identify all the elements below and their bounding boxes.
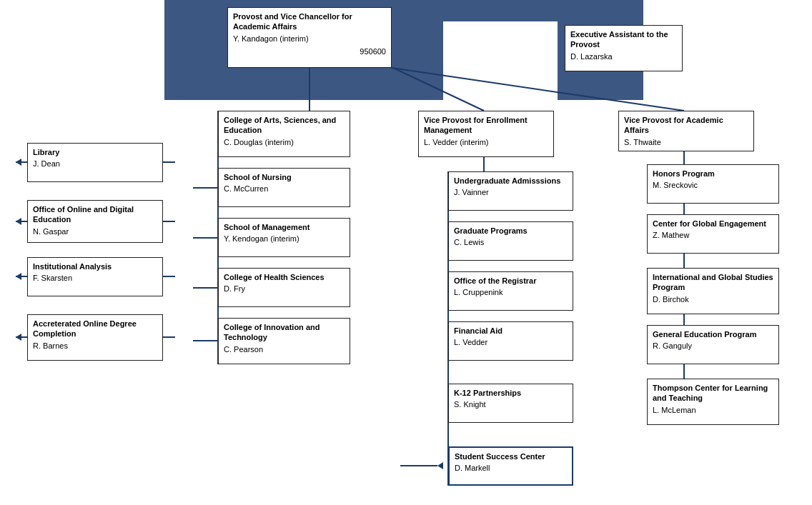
- k12-box: K-12 Partnerships S. Knight: [448, 384, 573, 423]
- college-arts-name: C. Douglas (interim): [224, 137, 345, 147]
- svg-line-10: [393, 68, 484, 111]
- college-innovation-title: College of Innovation and Technology: [224, 322, 345, 343]
- inst-analysis-title: Institutional Analysis: [33, 261, 157, 271]
- svg-marker-34: [16, 273, 21, 280]
- student-success-box: Student Success Center D. Markell: [448, 446, 573, 486]
- svg-line-11: [392, 68, 684, 111]
- provost-name: Y. Kandagon (interim): [233, 34, 386, 44]
- inst-analysis-box: Institutional Analysis F. Skarsten: [27, 257, 163, 296]
- financial-aid-name: L. Vedder: [454, 337, 568, 347]
- thompson-title: Thompson Center for Learning and Teachin…: [653, 383, 773, 404]
- global-engagement-name: Z. Mathew: [653, 230, 773, 240]
- library-name: J. Dean: [33, 159, 157, 169]
- honors-name: M. Sreckovic: [653, 180, 773, 190]
- college-health-title: College of Health Sciences: [224, 272, 345, 282]
- vp-academic-title: Vice Provost for Academic Affairs: [624, 115, 748, 136]
- student-success-title: Student Success Center: [455, 451, 567, 461]
- svg-marker-36: [16, 334, 21, 341]
- intl-studies-name: D. Birchok: [653, 294, 773, 304]
- undergrad-title: Undergraduate Admisssions: [454, 176, 568, 186]
- provost-title: Provost and Vice Chancellor for Academic…: [233, 11, 386, 32]
- honors-box: Honors Program M. Sreckovic: [647, 164, 779, 204]
- financial-aid-title: Financial Aid: [454, 326, 568, 336]
- global-engagement-title: Center for Global Engagement: [653, 219, 773, 229]
- exec-asst-box: Executive Assistant to the Provost D. La…: [565, 25, 683, 71]
- online-ed-name: N. Gaspar: [33, 226, 157, 236]
- undergrad-name: J. Vainner: [454, 187, 568, 197]
- inst-analysis-name: F. Skarsten: [33, 273, 157, 283]
- vp-enroll-box: Vice Provost for Enrollment Management L…: [418, 111, 554, 157]
- gen-ed-name: R. Ganguly: [653, 341, 773, 351]
- online-degree-box: Accreterated Online Degree Completion R.…: [27, 314, 163, 361]
- org-chart: Provost and Vice Chancellor for Academic…: [0, 0, 812, 505]
- k12-title: K-12 Partnerships: [454, 388, 568, 398]
- svg-marker-38: [437, 462, 443, 469]
- college-health-box: College of Health Sciences D. Fry: [218, 268, 350, 307]
- online-degree-title: Accreterated Online Degree Completion: [33, 319, 157, 339]
- school-nursing-title: School of Nursing: [224, 172, 345, 182]
- school-mgmt-box: School of Management Y. Kendogan (interi…: [218, 218, 350, 257]
- library-title: Library: [33, 147, 157, 157]
- school-nursing-box: School of Nursing C. McCurren: [218, 168, 350, 207]
- grad-programs-name: C. Lewis: [454, 237, 568, 247]
- intl-studies-title: International and Global Studies Program: [653, 272, 773, 293]
- financial-aid-box: Financial Aid L. Vedder: [448, 321, 573, 361]
- college-innovation-name: C. Pearson: [224, 344, 345, 354]
- school-nursing-name: C. McCurren: [224, 184, 345, 194]
- online-ed-box: Office of Online and Digital Education N…: [27, 200, 163, 243]
- college-innovation-box: College of Innovation and Technology C. …: [218, 318, 350, 364]
- honors-title: Honors Program: [653, 169, 773, 179]
- intl-studies-box: International and Global Studies Program…: [647, 268, 779, 314]
- vp-enroll-title: Vice Provost for Enrollment Management: [424, 115, 548, 136]
- provost-box: Provost and Vice Chancellor for Academic…: [227, 7, 392, 68]
- registrar-title: Office of the Registrar: [454, 276, 568, 286]
- grad-programs-box: Graduate Programs C. Lewis: [448, 221, 573, 261]
- student-success-name: D. Markell: [455, 463, 567, 473]
- grad-programs-title: Graduate Programs: [454, 226, 568, 236]
- online-degree-name: R. Barnes: [33, 341, 157, 351]
- registrar-name: L. Cruppenink: [454, 287, 568, 297]
- thompson-box: Thompson Center for Learning and Teachin…: [647, 379, 779, 425]
- thompson-name: L. McLeman: [653, 405, 773, 415]
- library-box: Library J. Dean: [27, 143, 163, 182]
- gen-ed-title: General Education Program: [653, 329, 773, 339]
- exec-asst-title: Executive Assistant to the Provost: [570, 29, 677, 50]
- college-health-name: D. Fry: [224, 284, 345, 294]
- school-mgmt-name: Y. Kendogan (interim): [224, 234, 345, 244]
- vp-academic-box: Vice Provost for Academic Affairs S. Thw…: [618, 111, 754, 151]
- svg-marker-30: [16, 159, 21, 166]
- registrar-box: Office of the Registrar L. Cruppenink: [448, 271, 573, 311]
- svg-marker-32: [16, 218, 21, 225]
- gen-ed-box: General Education Program R. Ganguly: [647, 325, 779, 364]
- global-engagement-box: Center for Global Engagement Z. Mathew: [647, 214, 779, 254]
- k12-name: S. Knight: [454, 399, 568, 409]
- exec-asst-name: D. Lazarska: [570, 51, 677, 61]
- provost-ext: 950600: [233, 46, 386, 56]
- college-arts-box: College of Arts, Sciences, and Education…: [218, 111, 350, 157]
- online-ed-title: Office of Online and Digital Education: [33, 204, 157, 225]
- undergrad-box: Undergraduate Admisssions J. Vainner: [448, 171, 573, 211]
- vp-academic-name: S. Thwaite: [624, 137, 748, 147]
- college-arts-title: College of Arts, Sciences, and Education: [224, 115, 345, 136]
- school-mgmt-title: School of Management: [224, 222, 345, 232]
- vp-enroll-name: L. Vedder (interim): [424, 137, 548, 147]
